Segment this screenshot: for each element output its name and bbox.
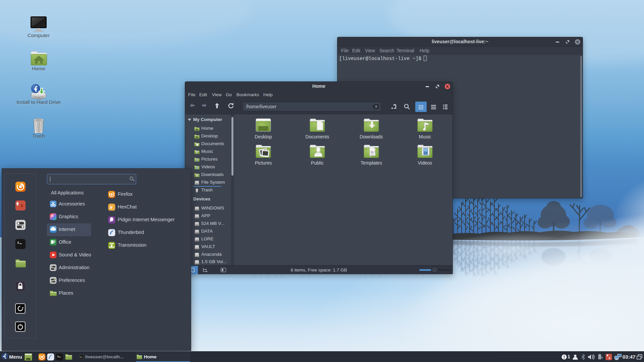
svg-text:$: $ <box>80 356 81 358</box>
svg-text:$: $ <box>17 241 19 245</box>
svg-text:#: # <box>110 204 113 210</box>
svg-text:$: $ <box>57 355 59 358</box>
